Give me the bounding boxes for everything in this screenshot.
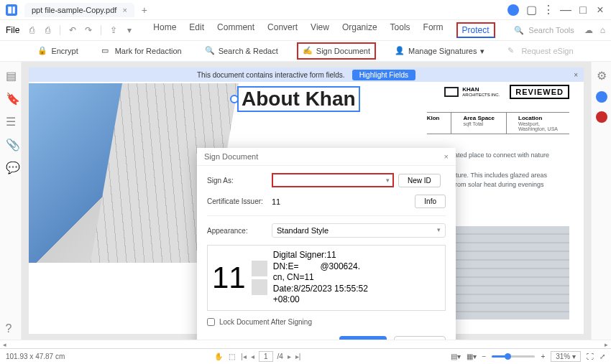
- search-redact-icon: 🔍: [205, 46, 215, 56]
- menu-edit[interactable]: Edit: [189, 22, 204, 38]
- banner-close-icon[interactable]: ×: [574, 71, 578, 79]
- zoom-in-icon[interactable]: +: [541, 353, 545, 360]
- file-menu[interactable]: File: [6, 25, 19, 35]
- lock-checkbox-input[interactable]: [207, 318, 215, 326]
- scroll-left-icon[interactable]: ◂: [3, 341, 6, 348]
- zoom-value[interactable]: 31% ▾: [551, 351, 581, 362]
- panel-icon[interactable]: ▢: [526, 5, 536, 15]
- sign-as-dropdown[interactable]: ▾: [272, 173, 394, 187]
- menu-tools[interactable]: Tools: [390, 22, 410, 38]
- last-page-icon[interactable]: ▸|: [295, 353, 301, 360]
- close-tab-icon[interactable]: ×: [122, 6, 127, 14]
- signature-preview: 11 Digital Signer:11 DN:E= @300624. cn, …: [207, 245, 446, 311]
- encrypt-button[interactable]: 🔒 Encrypt: [33, 44, 82, 58]
- menu-organize[interactable]: Organize: [342, 22, 377, 38]
- tab-title: ppt file-sample-Copy.pdf: [32, 6, 116, 14]
- lock-document-checkbox[interactable]: Lock Document After Signing: [207, 318, 446, 326]
- outline-icon[interactable]: ☰: [6, 115, 16, 125]
- sign-button[interactable]: Sign: [339, 336, 387, 340]
- highlight-fields-button[interactable]: Highlight Fields: [352, 70, 415, 80]
- cloud-icon[interactable]: ☁: [584, 25, 593, 35]
- fullscreen-icon[interactable]: ⤢: [599, 353, 605, 360]
- chevron-down-icon: ▾: [480, 47, 484, 56]
- dropdown-icon[interactable]: ▾: [123, 25, 136, 35]
- select-tool-icon[interactable]: ⬚: [229, 353, 235, 360]
- company-logo: KHAN ARCHITECTS INC.: [444, 87, 500, 97]
- page-total: /4: [277, 353, 283, 360]
- thumbnails-icon[interactable]: ▤: [6, 69, 16, 79]
- sign-document-button[interactable]: ✍ Sign Document: [297, 42, 376, 60]
- project-info-row: Klon Area Spacesqft Total LocationWestpo…: [427, 112, 569, 134]
- new-id-button[interactable]: New ID: [398, 174, 441, 187]
- search-icon[interactable]: 🔍: [514, 26, 524, 35]
- lock-icon: 🔒: [37, 46, 47, 56]
- cert-issuer-label: Certificate Issuer:: [207, 197, 272, 205]
- sign-document-dialog: Sign Document × Sign As: ▾ New ID Certif…: [197, 148, 456, 340]
- dialog-title: Sign Document: [204, 152, 258, 161]
- chevron-down-icon: ▾: [386, 177, 390, 184]
- app-tool-icon[interactable]: [596, 111, 607, 123]
- reviewed-stamp: REVIEWED: [510, 85, 569, 99]
- appearance-dropdown[interactable]: Standard Style ▾: [272, 223, 446, 238]
- single-page-icon[interactable]: ▤▾: [451, 353, 461, 360]
- svg-rect-0: [8, 6, 12, 14]
- next-page-icon[interactable]: ▸: [288, 353, 291, 360]
- dialog-close-icon[interactable]: ×: [444, 152, 449, 161]
- attachments-icon[interactable]: 📎: [6, 138, 16, 148]
- cursor-coords: 101.93 x 47.87 cm: [6, 353, 65, 360]
- kebab-menu-icon[interactable]: ⋮: [543, 5, 553, 15]
- document-headline[interactable]: About Khan: [237, 86, 360, 112]
- menu-view[interactable]: View: [311, 22, 329, 38]
- close-window-button[interactable]: ×: [595, 5, 605, 15]
- minimize-button[interactable]: —: [561, 5, 571, 15]
- esign-icon: ✎: [507, 46, 518, 56]
- home-icon[interactable]: ⌂: [600, 25, 605, 35]
- bookmarks-icon[interactable]: 🔖: [6, 92, 16, 102]
- horizontal-scrollbar[interactable]: ◂ ▸: [0, 340, 611, 348]
- menu-convert[interactable]: Convert: [267, 22, 298, 38]
- sign-as-label: Sign As:: [207, 177, 272, 185]
- user-avatar-icon[interactable]: [507, 4, 519, 16]
- undo-icon[interactable]: ↶: [66, 25, 79, 35]
- page-number-input[interactable]: 1: [259, 351, 273, 362]
- chevron-down-icon: ▾: [437, 226, 441, 235]
- svg-rect-1: [13, 6, 15, 14]
- info-button[interactable]: Info: [415, 195, 446, 208]
- appearance-label: Appearance:: [207, 227, 272, 235]
- help-icon[interactable]: ?: [6, 322, 16, 332]
- cert-issuer-value: 11: [272, 197, 410, 206]
- maximize-button[interactable]: □: [578, 5, 588, 15]
- fit-width-icon[interactable]: ⛶: [587, 353, 594, 360]
- print-icon[interactable]: ⎙: [41, 25, 54, 35]
- building-image: [29, 83, 223, 263]
- signature-icon: ✍: [303, 46, 313, 56]
- menu-protect[interactable]: Protect: [456, 22, 495, 38]
- add-tab-button[interactable]: +: [142, 4, 147, 16]
- save-icon[interactable]: ⎙: [25, 25, 38, 35]
- zoom-slider[interactable]: [492, 355, 535, 358]
- redo-icon[interactable]: ↷: [82, 25, 95, 35]
- zoom-out-icon[interactable]: −: [482, 353, 487, 360]
- menu-home[interactable]: Home: [153, 22, 176, 38]
- document-tab[interactable]: ppt file-sample-Copy.pdf ×: [24, 3, 134, 17]
- comments-icon[interactable]: 💬: [6, 161, 16, 171]
- manage-signatures-button[interactable]: 👤 Manage Signatures ▾: [390, 44, 489, 58]
- cancel-button[interactable]: Cancel: [394, 336, 446, 340]
- prev-page-icon[interactable]: ◂: [251, 353, 254, 360]
- first-page-icon[interactable]: |◂: [241, 353, 247, 360]
- menu-form[interactable]: Form: [423, 22, 444, 38]
- menu-comment[interactable]: Comment: [217, 22, 254, 38]
- mark-redaction-button[interactable]: ▭ Mark for Redaction: [97, 44, 186, 58]
- properties-icon[interactable]: ⚙: [597, 69, 607, 83]
- share-icon[interactable]: ⇪: [107, 25, 120, 35]
- continuous-page-icon[interactable]: ▦▾: [467, 353, 477, 360]
- scroll-right-icon[interactable]: ▸: [605, 341, 608, 348]
- search-placeholder[interactable]: Search Tools: [528, 26, 574, 34]
- signature-details: Digital Signer:11 DN:E= @300624. cn, CN=…: [273, 250, 368, 306]
- ai-tool-icon[interactable]: [596, 91, 607, 103]
- hand-tool-icon[interactable]: ✋: [214, 353, 223, 360]
- search-redact-button[interactable]: 🔍 Search & Redact: [201, 44, 282, 58]
- logo-mark-icon: [444, 87, 459, 97]
- signature-number: 11: [212, 250, 246, 306]
- app-logo-icon: [6, 4, 17, 16]
